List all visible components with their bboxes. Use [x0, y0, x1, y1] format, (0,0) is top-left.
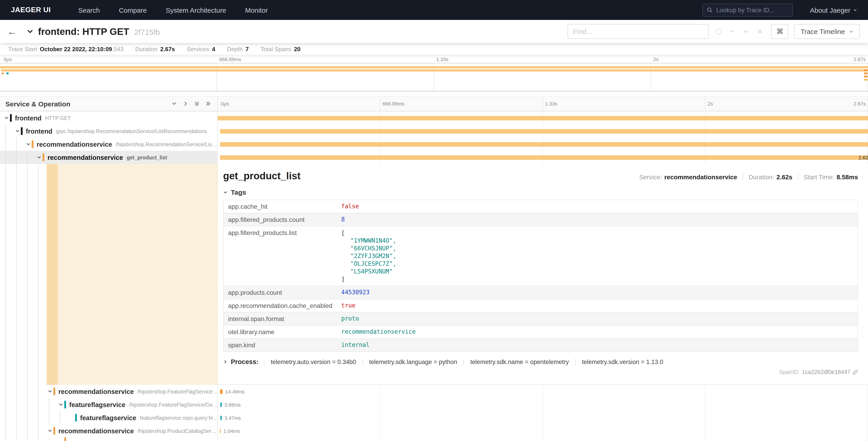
trace-start: Trace StartOctober 22 2022, 22:10:09.543	[8, 46, 124, 52]
span-name-cell[interactable]: featureflagservice featureflagservice.re…	[0, 411, 218, 424]
find-clear-icon[interactable]	[756, 27, 764, 35]
back-button[interactable]: ←	[7, 27, 17, 36]
expand-one-icon[interactable]	[183, 101, 188, 107]
tag-key: app.cache_hit	[223, 200, 337, 213]
span-row-frontend-http-get: frontend HTTP GET	[0, 111, 868, 124]
span-name-cell[interactable]: recommendationservice get_product_list	[0, 151, 218, 164]
span-bar-cell[interactable]	[218, 124, 868, 138]
span-row-featureflagservice-query: featureflagservice featureflagservice.re…	[0, 411, 868, 424]
trace-services-count: Services4	[187, 46, 215, 52]
span-bar[interactable]	[220, 402, 221, 407]
chevron-down-icon[interactable]	[3, 115, 10, 120]
process-label: Process:	[231, 358, 259, 365]
span-duration-label: 2.62s	[859, 155, 868, 160]
tag-value-list: [ "1YMWWN1N4O", "66VCHSJNUP", "2ZYFJ3GM2…	[337, 226, 858, 286]
main-menu: Search Compare System Architecture Monit…	[69, 0, 277, 20]
span-bar[interactable]	[220, 129, 868, 133]
span-name-cell[interactable]: frontend grpc.hipstershop.Recommendation…	[0, 124, 218, 138]
tag-row: app.filtered_products.count 8	[223, 213, 858, 226]
tag-key: app.recommendation.cache_enabled	[223, 299, 337, 312]
nav-item-search[interactable]: Search	[69, 0, 109, 20]
minimap-span-bar	[864, 69, 868, 71]
span-bar[interactable]	[220, 155, 868, 159]
span-id-label: SpanID:	[779, 369, 800, 375]
span-bar-cell[interactable]: 3.68ms	[218, 398, 868, 411]
duration-value: 2.62s	[777, 173, 793, 181]
tag-row: app.products.count 44530923	[223, 286, 858, 299]
chevron-down-icon[interactable]	[35, 155, 42, 160]
about-jaeger-menu[interactable]: About Jaeger	[810, 6, 857, 14]
find-count-icon[interactable]	[716, 29, 722, 34]
span-name-cell[interactable]	[0, 437, 218, 441]
service-color-chip	[75, 414, 77, 421]
span-bar[interactable]	[220, 415, 222, 420]
keyboard-shortcuts-button[interactable]: ⌘	[771, 24, 788, 39]
tag-key: app.filtered_products.count	[223, 213, 337, 226]
trace-view-selector[interactable]: Trace Timeline	[794, 24, 860, 39]
span-id-row: SpanID: 1ca2262df0e18447	[223, 369, 858, 375]
deep-link-icon[interactable]	[852, 370, 858, 375]
minimap-canvas[interactable]	[0, 63, 868, 91]
nav-item-monitor[interactable]: Monitor	[236, 0, 277, 20]
trace-id-searchbox[interactable]	[702, 3, 793, 17]
service-value: recommendationservice	[664, 173, 737, 181]
span-bar[interactable]	[218, 116, 868, 120]
tags-section-toggle[interactable]: Tags	[223, 188, 858, 196]
tag-row: otel.library.name recommendationservice	[223, 326, 858, 339]
tag-key: app.products.count	[223, 286, 337, 299]
collapse-one-icon[interactable]	[172, 101, 177, 107]
chevron-down-icon[interactable]	[25, 142, 32, 147]
span-bar-cell[interactable]: 2.62s	[218, 151, 868, 164]
span-bar-cell[interactable]: 3.47ms	[218, 411, 868, 424]
find-input[interactable]	[567, 24, 709, 39]
minimap-span-bar	[2, 72, 4, 74]
jaeger-trace-page: JAEGER UI Search Compare System Architec…	[0, 0, 868, 441]
span-bar-cell[interactable]	[218, 111, 868, 124]
service-color-chip	[10, 114, 12, 122]
service-color-chip	[53, 427, 55, 435]
start-time-value: 8.58ms	[837, 173, 858, 181]
span-bar-cell[interactable]	[218, 437, 868, 441]
span-row-recommendation-list: recommendationservice /hipstershop.Recom…	[0, 138, 868, 151]
span-bar[interactable]	[220, 429, 221, 433]
span-row-productcatalog-call: recommendationservice /hipstershop.Produ…	[0, 424, 868, 437]
span-row-get-product-list-selected: recommendationservice get_product_list 2…	[0, 151, 868, 164]
chevron-down-icon[interactable]	[57, 402, 64, 407]
span-name-cell[interactable]: recommendationservice /hipstershop.Featu…	[0, 385, 218, 398]
span-duration-label: 1.04ms	[223, 428, 240, 434]
span-bar[interactable]	[220, 142, 868, 146]
span-bar-cell[interactable]: 1.04ms	[218, 424, 868, 437]
minimap-ruler: 0μs 666.89ms 1.33s 2s 2.67s	[0, 55, 868, 63]
process-tag: telemetry.auto.version = 0.34b0	[264, 358, 363, 365]
tag-key: otel.library.name	[223, 326, 337, 338]
tag-row: app.cache_hit false	[223, 200, 858, 213]
chevron-down-icon[interactable]	[46, 428, 53, 433]
trace-collapse-toggle[interactable]	[27, 28, 33, 35]
service-color-chip	[21, 127, 23, 135]
span-duration-label: 14.49ms	[225, 389, 244, 394]
process-section-toggle[interactable]: Process: telemetry.auto.version = 0.34b0…	[223, 358, 858, 365]
expand-all-icon[interactable]	[206, 101, 211, 107]
find-next-icon[interactable]	[742, 27, 750, 35]
service-color-chip	[64, 401, 66, 408]
chevron-down-icon[interactable]	[46, 389, 53, 394]
process-tag: telemetry.sdk.name = opentelemetry	[464, 358, 575, 365]
span-name-cell[interactable]: recommendationservice /hipstershop.Produ…	[0, 424, 218, 437]
nav-item-compare[interactable]: Compare	[109, 0, 156, 20]
span-name-cell[interactable]: featureflagservice /hipstershop.FeatureF…	[0, 398, 218, 411]
collapse-all-icon[interactable]	[194, 101, 199, 107]
span-bar-cell[interactable]	[218, 138, 868, 151]
find-prev-icon[interactable]	[728, 27, 736, 35]
trace-id-input[interactable]	[715, 6, 788, 14]
chevron-down-icon[interactable]	[13, 128, 21, 134]
minimap-span-bar	[6, 72, 9, 74]
nav-item-system-architecture[interactable]: System Architecture	[156, 0, 236, 20]
minimap-span-bar	[0, 66, 868, 68]
span-bar-cell[interactable]: 14.49ms	[218, 385, 868, 398]
service-color-chip	[42, 153, 44, 161]
app-logo[interactable]: JAEGER UI	[11, 6, 51, 14]
tag-row: app.recommendation.cache_enabled true	[223, 299, 858, 313]
span-name-cell[interactable]: recommendationservice /hipstershop.Recom…	[0, 138, 218, 151]
span-bar[interactable]	[220, 389, 223, 394]
span-name-cell[interactable]: frontend HTTP GET	[0, 111, 218, 124]
